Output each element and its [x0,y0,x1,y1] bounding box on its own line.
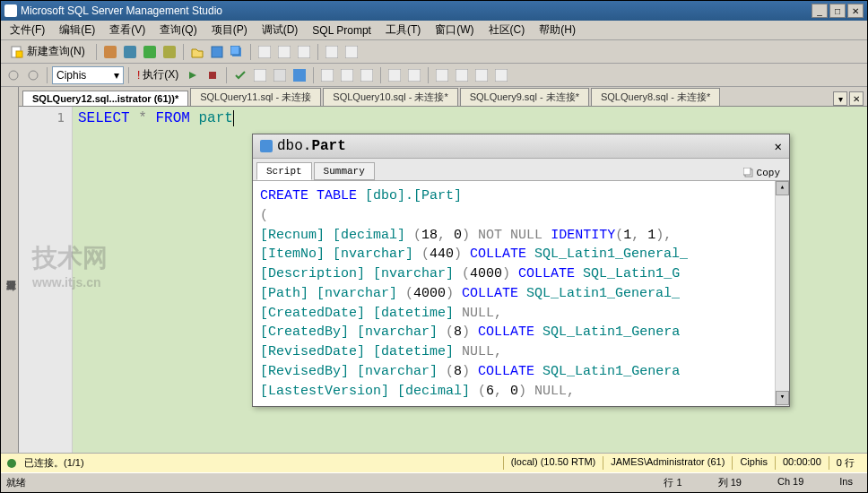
tb-icon[interactable] [358,66,376,84]
toolbar-query: Ciphis▾ !执行(X) [1,64,867,87]
tb-icon[interactable] [338,66,356,84]
menu-window[interactable]: 窗口(W) [430,21,479,39]
tb-icon[interactable] [275,43,293,61]
tb-icon[interactable] [453,66,471,84]
status-line: 行 1 [655,476,690,489]
database-value: Ciphis [56,69,86,82]
tb-icon[interactable] [295,43,313,61]
tb-icon[interactable] [121,43,139,61]
status-server: (local) (10.50 RTM) [503,456,603,470]
tb-icon[interactable] [492,66,510,84]
tab-query9[interactable]: SQLQuery9.sql - 未连接* [460,88,589,106]
tb-icon[interactable] [101,43,119,61]
tab-close-icon[interactable]: ✕ [849,91,864,106]
tab-label: SQLQuery8.sql - 未连接* [601,91,710,102]
menu-file[interactable]: 文件(F) [4,21,50,39]
svg-point-14 [9,71,18,80]
menu-view[interactable]: 查看(V) [104,21,151,39]
svg-rect-25 [436,69,448,82]
tb-icon[interactable] [251,66,269,84]
tb-icon[interactable] [271,66,289,84]
connected-label: 已连接。(1/1) [24,456,84,470]
debug-icon[interactable] [184,66,202,84]
new-query-button[interactable]: 新建查询(N) [4,41,91,62]
tb-icon[interactable] [473,66,490,84]
svg-rect-6 [212,47,222,57]
tb-icon[interactable] [433,66,451,84]
database-dropdown[interactable]: Ciphis▾ [52,66,124,84]
save-icon[interactable] [208,43,226,61]
newquery-icon [11,46,23,58]
tb-icon[interactable] [256,43,273,61]
menu-tools[interactable]: 工具(T) [380,21,426,39]
sql-editor[interactable]: 1 SELECT * FROM part dbo.Part ✕ Script [19,107,867,453]
close-button[interactable]: ✕ [847,4,864,18]
svg-rect-20 [321,69,334,82]
tb-icon[interactable] [386,66,404,84]
popup-title-name: Part [311,138,345,154]
tb-icon[interactable] [24,66,42,84]
menubar: 文件(F) 编辑(E) 查看(V) 查询(Q) 项目(P) 调试(D) SQL … [1,21,867,40]
tab-query12[interactable]: SQLQuery12.sql...istrator (61))* [22,91,188,106]
tab-dropdown-icon[interactable]: ▾ [833,91,847,106]
svg-rect-9 [258,46,271,58]
keyword: FROM [155,110,189,126]
popup-title-prefix: dbo. [277,138,311,154]
object-explorer-tab[interactable]: 对象资源管理器 [1,87,19,453]
tab-label: SQLQuery12.sql...istrator (61))* [32,93,178,104]
menu-edit[interactable]: 编辑(E) [54,21,100,39]
tb-icon[interactable] [343,43,360,61]
menu-community[interactable]: 社区(C) [483,21,531,39]
status-ready: 就绪 [6,476,26,489]
menu-query[interactable]: 查询(Q) [154,21,202,39]
editor-tabs: SQLQuery12.sql...istrator (61))* SQLQuer… [19,87,867,107]
stop-icon[interactable] [204,66,221,84]
tab-query11[interactable]: SQLQuery11.sql - 未连接 [190,88,321,106]
menu-help[interactable]: 帮助(H) [534,21,581,39]
status-time: 00:00:00 [775,456,829,470]
svg-rect-12 [326,46,338,58]
svg-rect-2 [104,46,117,58]
copy-button[interactable]: Copy [738,166,786,180]
menu-project[interactable]: 项目(P) [206,21,253,39]
titlebar: Microsoft SQL Server Management Studio _… [1,1,867,21]
menu-debug[interactable]: 调试(D) [256,21,304,39]
copy-label: Copy [757,168,780,178]
tab-script[interactable]: Script [256,162,312,180]
tb-icon[interactable] [323,43,341,61]
popup-scrollbar[interactable]: ▴ ▾ [775,181,789,406]
tab-label: SQLQuery9.sql - 未连接* [470,91,579,102]
minimize-button[interactable]: _ [812,4,828,18]
popup-script-body[interactable]: CREATE TABLE [dbo].[Part]([Recnum] [deci… [253,181,775,406]
tb-icon[interactable] [141,43,159,61]
svg-rect-10 [278,46,291,58]
execute-button[interactable]: !执行(X) [134,66,182,83]
tab-query10[interactable]: SQLQuery10.sql - 未连接* [323,88,457,106]
status-ch: Ch 19 [768,476,812,489]
tb-icon[interactable] [291,66,308,84]
status-col: 列 19 [709,476,751,489]
svg-rect-22 [360,69,373,82]
popup-titlebar: dbo.Part ✕ [253,134,789,159]
popup-close-icon[interactable]: ✕ [775,139,782,154]
operator: * [138,110,147,126]
svg-rect-24 [408,69,421,82]
tb-icon[interactable] [4,66,22,84]
tb-icon[interactable] [161,43,178,61]
svg-rect-13 [345,46,358,58]
tab-query8[interactable]: SQLQuery8.sql - 未连接* [591,88,720,106]
svg-rect-4 [143,46,156,58]
tb-icon[interactable] [318,66,336,84]
copy-icon [743,168,754,178]
app-icon [4,4,17,17]
parse-icon[interactable] [231,66,249,84]
tb-icon[interactable] [405,66,423,84]
open-icon[interactable] [188,43,206,61]
intellisense-popup: dbo.Part ✕ Script Summary Copy [252,134,790,407]
maximize-button[interactable]: □ [829,4,846,18]
svg-rect-26 [456,69,468,82]
saveall-icon[interactable] [228,43,246,61]
code-area[interactable]: SELECT * FROM part dbo.Part ✕ Script Sum… [73,107,867,453]
menu-sqlprompt[interactable]: SQL Prompt [307,22,377,39]
tab-summary[interactable]: Summary [314,162,375,180]
